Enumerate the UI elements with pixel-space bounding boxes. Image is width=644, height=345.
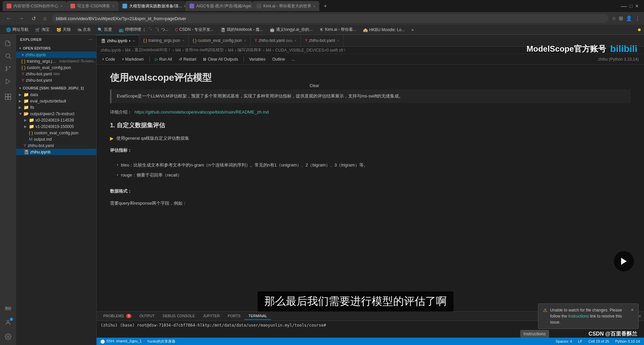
bookmark-csdn[interactable]: CCSDN - 专业开发...: [172, 26, 216, 33]
forward-button[interactable]: →: [17, 15, 26, 22]
status-spaces[interactable]: Spaces: 4: [554, 339, 573, 343]
status-lf[interactable]: LF: [577, 339, 584, 343]
bookmark-kimi[interactable]: KKimi.ai - 帮你看...: [317, 26, 359, 33]
clear-all-outputs-button[interactable]: ⊠ Clear All Outputs: [200, 56, 240, 63]
editor-tab-bot-data-close[interactable]: ×: [294, 39, 296, 43]
open-editors-toggle[interactable]: ▼ OPEN EDITORS: [16, 45, 96, 52]
close-button[interactable]: ×: [635, 3, 639, 10]
editor-tab-zhihu-close[interactable]: ×: [133, 39, 135, 43]
activity-source-control[interactable]: [2, 63, 14, 74]
panel-tab-ports[interactable]: PORTS: [224, 313, 245, 320]
breadcrumb-m4-4[interactable]: M4: [266, 48, 271, 53]
editor-tab-training-args[interactable]: { } training_args.json ×: [139, 35, 189, 47]
activity-debug[interactable]: [2, 76, 14, 87]
status-cell[interactable]: Cell 19 of 25: [587, 339, 610, 343]
explorer-more-icon[interactable]: ···: [89, 38, 92, 42]
code-add-button[interactable]: + Code: [99, 56, 118, 63]
outline-button[interactable]: Outline: [270, 56, 288, 63]
variables-button[interactable]: Variables: [247, 56, 268, 63]
tree-custom-eval-json[interactable]: ▶ { } custom_eval_config.json: [16, 130, 96, 136]
tab-close-5[interactable]: ×: [313, 4, 315, 8]
back-button[interactable]: ←: [4, 15, 13, 22]
run-all-button[interactable]: ▷ Run All: [152, 56, 175, 63]
play-button-overlay[interactable]: [614, 251, 634, 271]
open-editor-training-args[interactable]: { } training_args.json output/qwen2-7b-i…: [16, 58, 96, 64]
tree-lfs[interactable]: ▶ 📁 lfs: [16, 104, 96, 111]
restart-button[interactable]: ↺ Restart: [176, 56, 199, 63]
activity-remote[interactable]: [2, 303, 14, 314]
activity-extensions[interactable]: [2, 91, 14, 102]
breadcrumb-file[interactable]: zhihu.ipynb: [101, 48, 121, 53]
editor-tab-custom-eval[interactable]: { } custom_eval_config.json ×: [189, 35, 251, 47]
browser-tab-5[interactable]: Kimi.ai - 帮你看更大的世界 ×: [253, 1, 319, 11]
editor-tab-zhihu-bot-data[interactable]: Y zhihu-bot.yaml data ×: [251, 35, 301, 47]
tree-output-qwen2[interactable]: ▼ 📂 output/qwen2-7b-instruct: [16, 111, 96, 117]
instructions-button[interactable]: Instructions: [520, 330, 549, 338]
breadcrumb-m4-2[interactable]: M4: [175, 48, 181, 53]
editor-tab-zhihu-bot[interactable]: Y zhihu-bot.yaml ×: [301, 35, 344, 47]
breadcrumb-m4-3[interactable]: M4: [228, 48, 233, 53]
bookmark-tianmao[interactable]: 🐱天猫: [54, 26, 73, 33]
bookmark-hkbu[interactable]: 🏫HKBU Moodle: Lo...: [360, 27, 408, 33]
tree-v1[interactable]: ▶ 📁 v1-20240819-150005: [16, 123, 96, 130]
minimize-button[interactable]: —: [621, 3, 627, 10]
browser-tab-2[interactable]: 写文章-CSDN博客 ×: [66, 1, 118, 11]
new-tab-button[interactable]: +: [321, 1, 330, 11]
bookmark-bilibili[interactable]: 📺哔哩哔哩（ ゜- ゜）つ...: [116, 26, 171, 33]
editor-tab-training-close[interactable]: ×: [182, 39, 184, 43]
activity-search[interactable]: [2, 50, 14, 62]
refresh-button[interactable]: ↺: [30, 15, 38, 22]
activity-account[interactable]: 2: [2, 317, 14, 328]
panel-tab-terminal[interactable]: TERMINAL: [245, 313, 271, 320]
tree-data-folder[interactable]: ▶ 📁 data: [16, 91, 96, 98]
tree-eval-outputs[interactable]: ▶ 📁 eval_outputs/default: [16, 98, 96, 104]
bookmark-tongyi[interactable]: 🤖通义tongyi.ai_你的...: [267, 26, 315, 33]
activity-explorer[interactable]: [2, 38, 14, 49]
tree-zhihu-bot-yaml[interactable]: ▶ Y zhihu-bot.yaml: [16, 142, 96, 149]
bookmark-jd[interactable]: 🛍京东: [75, 26, 94, 33]
browser-tab-1[interactable]: 内容管理-CSDN创作中心 ×: [3, 1, 66, 11]
panel-tab-jupyter[interactable]: JUPYTER: [199, 313, 224, 320]
open-editor-zhihu-bot-data[interactable]: Y zhihu-bot.yaml data: [16, 71, 96, 77]
detail-link[interactable]: https://github.com/modelscope/evalscope/…: [135, 109, 269, 116]
browser-tab-4[interactable]: AIGC专题-图片/声音/视频/Ager... ×: [185, 1, 253, 11]
tree-output-md[interactable]: ▶ M output.md: [16, 136, 96, 142]
editor-tab-bot-close[interactable]: ×: [337, 39, 339, 43]
tab-close-1[interactable]: ×: [60, 4, 62, 8]
home-button[interactable]: ⌂: [41, 15, 49, 22]
breadcrumb-script[interactable]: 编写训练脚本: [237, 47, 262, 53]
close-panel-icon[interactable]: ×: [639, 314, 641, 319]
breadcrumb-ms-swift[interactable]: 使用ms-swift训练模型: [185, 47, 224, 53]
open-editor-custom-eval[interactable]: { } custom_eval_config.json: [16, 64, 96, 71]
open-editor-zhihu-ipynb[interactable]: × zhihu.ipynb: [16, 52, 96, 58]
status-lang[interactable]: Python 3.10.14: [614, 339, 641, 343]
breadcrumb-m4-1[interactable]: M4: [125, 48, 131, 53]
open-editor-zhihu-bot[interactable]: Y zhihu-bot.yaml: [16, 77, 96, 83]
profile-icon[interactable]: 👤: [626, 15, 632, 21]
bookmark-nav[interactable]: 🌐网址导航: [3, 26, 31, 33]
editor-tab-custom-close[interactable]: ×: [244, 39, 246, 43]
maximize-button[interactable]: □: [630, 3, 632, 9]
panel-tab-debug[interactable]: DEBUG CONSOLE: [159, 313, 199, 320]
panel-tab-output[interactable]: OUTPUT: [136, 313, 159, 320]
bookmark-more[interactable]: »: [409, 27, 417, 33]
markdown-add-button[interactable]: + Markdown: [119, 56, 147, 63]
browser-tab-3[interactable]: 大模型微调实践数据准备/清... ×: [118, 1, 185, 11]
breadcrumb-restart[interactable]: 重启notebook环境！: [135, 47, 171, 53]
more-button[interactable]: ...: [289, 56, 298, 63]
status-yunlin[interactable]: Yunlin的共享屏幕: [146, 339, 177, 344]
activity-settings[interactable]: [2, 331, 14, 342]
settings-icon[interactable]: ⋮: [635, 15, 640, 21]
notification-close-icon[interactable]: ×: [631, 307, 634, 313]
extensions-icon[interactable]: ⊞: [619, 15, 623, 21]
breadcrumb-cuda[interactable]: CUDA_VISIBLE_DEVICES=0 swift sft \: [275, 48, 345, 53]
course-section-toggle[interactable]: ▼ COURSE [SSH: SHARED_2GPU_1]: [16, 85, 96, 91]
address-input[interactable]: [52, 14, 608, 23]
star-icon[interactable]: ☆: [612, 15, 616, 21]
tree-zhihu-ipynb[interactable]: ▶ 📓 zhihu.ipynb: [16, 149, 96, 155]
bookmark-baidu[interactable]: 🔍百度: [95, 26, 115, 33]
bookmark-taobao[interactable]: 🛒淘宝: [33, 26, 52, 33]
tab-close-2[interactable]: ×: [112, 4, 114, 8]
notification-link[interactable]: Instructions: [568, 314, 589, 319]
panel-tab-problems[interactable]: PROBLEMS 9: [99, 313, 136, 320]
